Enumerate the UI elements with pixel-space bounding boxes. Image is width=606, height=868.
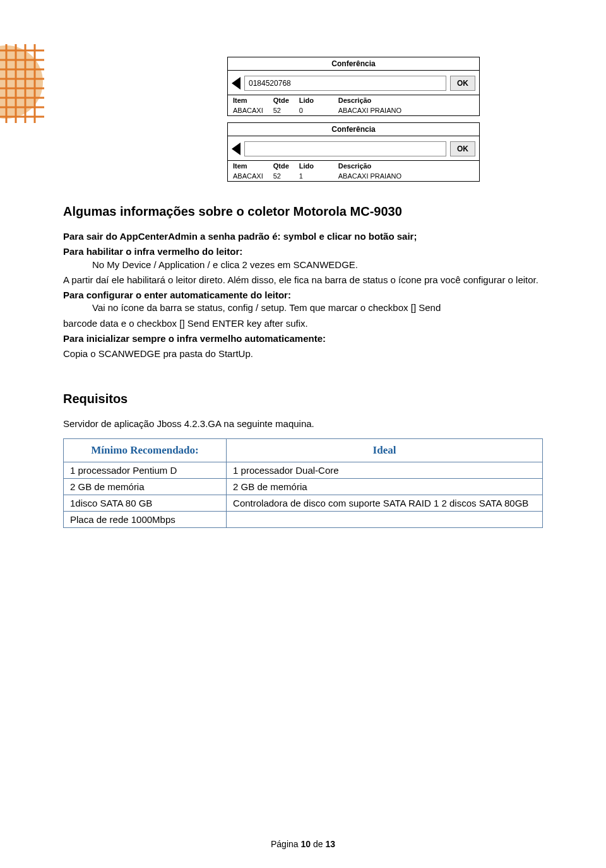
paragraph: Para sair do AppCenterAdmin a senha padr…	[63, 230, 543, 243]
paragraph: Para configurar o enter automaticamente …	[63, 289, 543, 315]
ok-button[interactable]: OK	[450, 76, 475, 91]
col-qtde: Qtde	[268, 95, 294, 105]
col-descricao: Descrição	[319, 95, 479, 105]
page-footer: Página 10 de 13	[0, 839, 606, 849]
paragraph: A partir daí ele habilitará o leitor dir…	[63, 274, 543, 286]
conferencia-panel-1: Conferência OK Item Qtde Lido Descrição …	[227, 57, 480, 116]
col-item: Item	[228, 95, 268, 105]
table-header-row: Item Qtde Lido Descrição	[228, 161, 479, 171]
back-arrow-icon[interactable]	[232, 143, 241, 155]
bold-line: Para configurar o enter automaticamente …	[63, 290, 291, 300]
page-number: 10	[300, 839, 311, 849]
table-row: ABACAXI 52 0 ABACAXI PRAIANO	[228, 105, 479, 115]
bold-line: Para inicializar sempre o infra vermelho…	[63, 333, 326, 344]
col-descricao: Descrição	[319, 161, 479, 171]
paragraph: Para habilitar o infra vermelho do leito…	[63, 245, 543, 271]
table-header-row: Item Qtde Lido Descrição	[228, 95, 479, 105]
bold-line: Para sair do AppCenterAdmin a senha padr…	[63, 231, 417, 242]
col-lido: Lido	[294, 161, 319, 171]
col-qtde: Qtde	[268, 161, 294, 171]
requirements-table: Mínimo Recomendado: Ideal 1 processador …	[63, 438, 543, 528]
back-arrow-icon[interactable]	[232, 77, 241, 90]
table-row: Placa de rede 1000Mbps	[64, 511, 543, 527]
col-minimo: Mínimo Recomendado:	[64, 438, 227, 462]
barcode-input[interactable]	[244, 76, 446, 91]
footer-prefix: Página	[271, 839, 300, 849]
req-intro-text: Servidor de aplicação Jboss 4.2.3.GA na …	[63, 418, 543, 430]
indented-text: Vai no ícone da barra se status, config …	[92, 302, 543, 314]
section-heading-requisitos: Requisitos	[63, 392, 543, 406]
conferencia-screenshots: Conferência OK Item Qtde Lido Descrição …	[227, 57, 543, 182]
ok-button[interactable]: OK	[450, 141, 475, 156]
bold-line: Para habilitar o infra vermelho do leito…	[63, 246, 242, 257]
globe-logo-icon	[0, 38, 57, 126]
panel-title: Conferência	[228, 57, 479, 71]
conferencia-panel-2: Conferência OK Item Qtde Lido Descrição …	[227, 122, 480, 182]
footer-mid: de	[311, 839, 325, 849]
paragraph: barcode data e o checkbox [] Send ENTER …	[63, 317, 543, 330]
barcode-input[interactable]	[244, 141, 446, 156]
col-ideal: Ideal	[227, 438, 543, 462]
section-heading-info: Algumas informações sobre o coletor Moto…	[63, 204, 543, 219]
table-row: 1disco SATA 80 GB Controladora de disco …	[64, 495, 543, 511]
table-row: 1 processador Pentium D 1 processador Du…	[64, 462, 543, 478]
paragraph: Copia o SCANWEDGE pra pasta do StartUp.	[63, 348, 543, 360]
col-lido: Lido	[294, 95, 319, 105]
paragraph: Para inicializar sempre o infra vermelho…	[63, 332, 543, 345]
col-item: Item	[228, 161, 268, 171]
table-header-row: Mínimo Recomendado: Ideal	[64, 438, 543, 462]
table-row: ABACAXI 52 1 ABACAXI PRAIANO	[228, 171, 479, 181]
panel-title: Conferência	[228, 123, 479, 136]
table-row: 2 GB de memória 2 GB de memória	[64, 478, 543, 495]
page-total: 13	[325, 839, 335, 849]
indented-text: No My Device / Application / e clica 2 v…	[92, 259, 543, 271]
